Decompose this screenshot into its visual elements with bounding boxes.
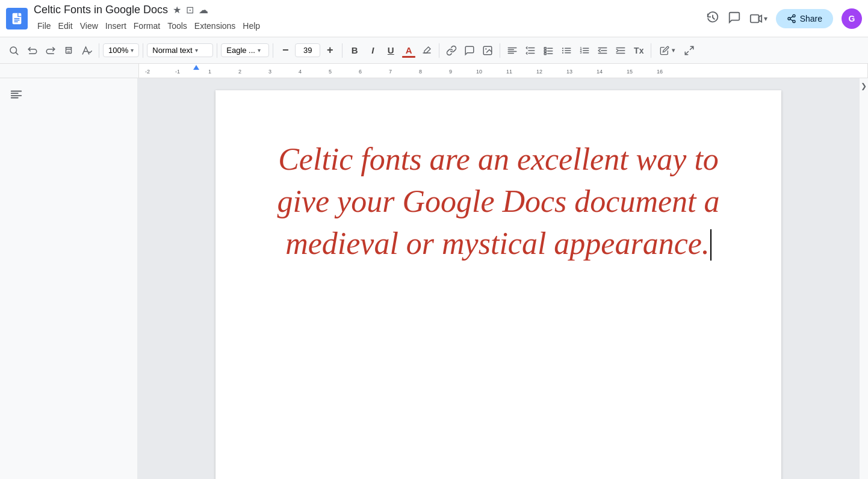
menu-item-file[interactable]: File — [34, 19, 55, 33]
bullet-list-button[interactable] — [558, 42, 575, 59]
font-select[interactable]: Eagle ... ▾ — [221, 43, 269, 57]
checklist-button[interactable] — [540, 42, 557, 59]
title-row: Celtic Fonts in Google Docs ★ ⊡ ☁ — [34, 4, 706, 16]
menu-item-tools[interactable]: Tools — [164, 19, 191, 33]
svg-text:3: 3 — [268, 69, 271, 75]
svg-rect-7 — [67, 51, 70, 52]
divider-1 — [99, 43, 99, 58]
svg-point-14 — [562, 49, 563, 51]
divider-4 — [273, 43, 273, 58]
toolbar: 100% ▾ Normal text ▾ Eagle ... ▾ − 39 + … — [0, 37, 868, 64]
divider-3 — [217, 43, 217, 58]
comment-icon[interactable] — [728, 11, 741, 26]
sidebar-left — [0, 78, 137, 479]
ruler-inner: -2 -1 1 2 3 4 5 6 7 8 9 10 11 12 13 14 1… — [138, 64, 868, 78]
svg-rect-12 — [545, 52, 547, 54]
menu-item-help[interactable]: Help — [239, 19, 264, 33]
svg-text:10: 10 — [476, 69, 482, 75]
svg-text:7: 7 — [389, 69, 392, 75]
edit-mode-button[interactable]: ▾ — [655, 42, 680, 59]
menu-item-insert[interactable]: Insert — [102, 19, 130, 33]
folder-icon[interactable]: ⊡ — [186, 4, 194, 16]
highlight-button[interactable] — [418, 42, 435, 59]
alignment-button[interactable] — [504, 42, 521, 59]
increase-indent-button[interactable] — [612, 42, 629, 59]
svg-text:9: 9 — [449, 69, 452, 75]
undo-button[interactable] — [24, 42, 41, 59]
image-button[interactable] — [479, 42, 496, 59]
expand-button[interactable] — [681, 42, 698, 59]
font-chevron: ▾ — [258, 47, 261, 54]
doc-title[interactable]: Celtic Fonts in Google Docs — [34, 4, 168, 16]
menu-item-format[interactable]: Format — [130, 19, 164, 33]
search-button[interactable] — [5, 42, 23, 60]
svg-text:2: 2 — [238, 69, 241, 75]
style-chevron: ▾ — [195, 47, 198, 54]
divider-8 — [651, 43, 651, 58]
divider-6 — [439, 43, 439, 58]
spellcheck-button[interactable] — [78, 42, 95, 59]
menu-item-view[interactable]: View — [76, 19, 102, 33]
paragraph-style-select[interactable]: Normal text ▾ — [147, 43, 213, 57]
avatar[interactable]: G — [842, 8, 862, 29]
google-docs-icon — [6, 8, 28, 29]
divider-2 — [143, 43, 143, 58]
divider-7 — [500, 43, 500, 58]
comment-button[interactable] — [461, 42, 478, 59]
font-size-decrease[interactable]: − — [277, 42, 294, 59]
clear-format-button[interactable]: Tx — [630, 42, 647, 59]
svg-text:16: 16 — [657, 69, 663, 75]
svg-point-9 — [486, 48, 487, 49]
svg-rect-10 — [545, 47, 547, 49]
svg-text:1: 1 — [208, 69, 211, 75]
doc-area[interactable]: Celtic fonts are an excellent way to giv… — [137, 78, 860, 479]
star-icon[interactable]: ★ — [173, 4, 181, 16]
outline-toggle[interactable] — [6, 84, 26, 108]
underline-button[interactable]: U — [382, 42, 399, 59]
svg-rect-2 — [14, 19, 19, 20]
menu-item-extensions[interactable]: Extensions — [191, 19, 239, 33]
bold-button[interactable]: B — [346, 42, 363, 59]
ruler: -2 -1 1 2 3 4 5 6 7 8 9 10 11 12 13 14 1… — [0, 64, 868, 78]
italic-button[interactable]: I — [364, 42, 381, 59]
svg-text:13: 13 — [566, 69, 572, 75]
menu-bar: File Edit View Insert Format Tools Exten… — [34, 19, 706, 33]
link-button[interactable] — [443, 42, 460, 59]
page: Celtic fonts are an excellent way to giv… — [215, 90, 781, 479]
decrease-indent-button[interactable] — [594, 42, 611, 59]
svg-rect-3 — [14, 21, 17, 22]
share-button[interactable]: Share — [776, 9, 833, 28]
svg-text:4: 4 — [299, 69, 302, 75]
doc-content[interactable]: Celtic fonts are an excellent way to giv… — [276, 138, 721, 265]
numbered-list-button[interactable]: 123 — [576, 42, 593, 59]
sidebar-right: ❯ — [860, 78, 868, 479]
zoom-chevron: ▾ — [131, 47, 134, 54]
zoom-select[interactable]: 100% ▾ — [103, 43, 139, 57]
font-size-box[interactable]: 39 — [295, 43, 320, 57]
cloud-icon[interactable]: ☁ — [199, 4, 208, 16]
svg-rect-11 — [545, 50, 547, 52]
text-color-button[interactable]: A — [400, 42, 417, 59]
svg-text:-2: -2 — [145, 69, 150, 75]
svg-text:6: 6 — [359, 69, 362, 75]
svg-text:3: 3 — [580, 51, 582, 54]
svg-text:11: 11 — [506, 69, 512, 75]
svg-text:8: 8 — [419, 69, 422, 75]
main-area: Celtic fonts are an excellent way to giv… — [0, 78, 868, 479]
menu-item-edit[interactable]: Edit — [55, 19, 76, 33]
print-button[interactable] — [60, 42, 77, 59]
line-spacing-button[interactable] — [522, 42, 539, 59]
svg-point-15 — [562, 52, 563, 53]
meeting-icon[interactable]: ▾ — [749, 12, 767, 25]
redo-button[interactable] — [42, 42, 59, 59]
font-size-increase[interactable]: + — [321, 42, 338, 59]
collapse-sidebar-button[interactable]: ❯ — [861, 82, 867, 90]
svg-text:5: 5 — [329, 69, 332, 75]
svg-rect-4 — [750, 14, 758, 22]
svg-rect-1 — [14, 18, 19, 19]
svg-marker-37 — [193, 65, 199, 70]
history-icon[interactable] — [706, 11, 719, 26]
right-controls: ▾ Share G — [706, 8, 862, 29]
title-bar: Celtic Fonts in Google Docs ★ ⊡ ☁ File E… — [0, 0, 868, 37]
svg-text:14: 14 — [597, 69, 603, 75]
